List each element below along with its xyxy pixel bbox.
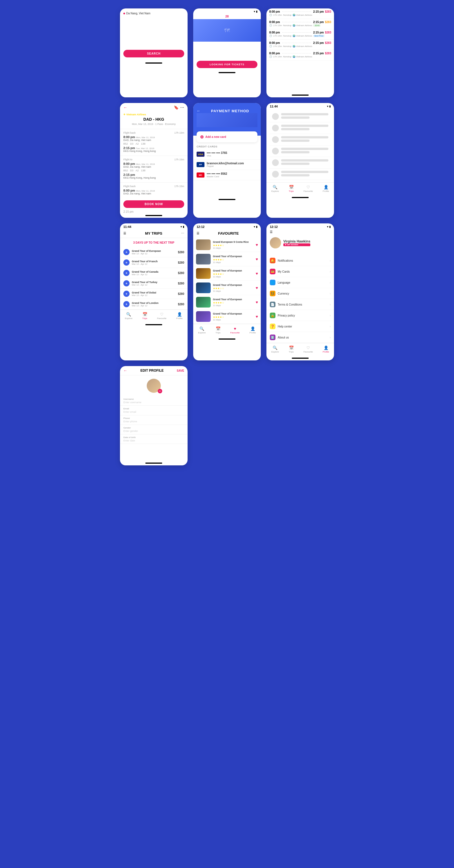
flight-item-2[interactable]: 8:00 pm 2:15 pm $283 🕐 17h 15m Nonstop 🌍… (266, 19, 334, 29)
trip-item-1[interactable]: ✈ Grand Tour of European Mar 12 - Apr 12… (120, 247, 188, 257)
more-button[interactable]: ⋯ (180, 105, 184, 110)
trip-item-6[interactable]: ✈ Grand Tour of London Mar 12 - Apr 12 $… (120, 299, 188, 310)
nav-trips-fav[interactable]: 📅 Trips (216, 327, 220, 334)
fl-info-3: 🕐 17h 15m Nonstop 🌍 Vietnam Airlines Bes… (269, 35, 331, 37)
fav-stars-6: ★★★★☆ (213, 316, 253, 318)
nav-profile-trips[interactable]: 👤 Profile (176, 312, 183, 320)
seat-d3: D3 (130, 143, 134, 145)
ep-input-dob[interactable]: Enter date (123, 439, 184, 442)
filter-icon-profile[interactable]: ☰ (270, 230, 273, 234)
ep-input-email[interactable]: Enter email (123, 410, 184, 413)
home-indicator-pay (193, 197, 261, 202)
nav-fav-trips[interactable]: ♡ Favourite (157, 312, 166, 320)
menu-privacy[interactable]: 🔒 Privacy policy › (266, 310, 334, 321)
fav-item-5[interactable]: Grand Tour of European ★★★★☆ 11 days ♥ (193, 295, 261, 310)
menu-my-cards[interactable]: 💳 My Cards › (266, 266, 334, 277)
nav-profile-active[interactable]: 👤 Profile (323, 345, 329, 353)
bookmark-button[interactable]: 🔖 (174, 105, 178, 110)
nav-trips-skel[interactable]: 📅 Trips (289, 185, 293, 192)
search-button[interactable]: SEARCH (123, 50, 184, 57)
fav-item-1[interactable]: Grand European 9 Costa Rice ★★★★☆ 11 day… (193, 238, 261, 252)
fav-item-4[interactable]: Grand Tour of European ★★★☆☆ 11 days ♥ (193, 281, 261, 295)
back-button-payment[interactable]: ← (197, 108, 201, 113)
skel-line-3b (281, 140, 310, 142)
trip-item-2[interactable]: ✈ Grand Tour of Franch Mar 12 - Apr 12 $… (120, 257, 188, 268)
ep-input-gender[interactable]: Enter gender (123, 430, 184, 432)
trip-item-4[interactable]: ✈ Grand Tour of Turkey Mar 12 - Apr 12 $… (120, 278, 188, 289)
ep-edit-icon[interactable]: ✏ (158, 389, 162, 393)
filter-icon-fav[interactable]: ☰ (197, 231, 199, 235)
ep-input-phone[interactable]: Enter phone (123, 420, 184, 423)
fl-airline-3: 🌍 Vietnam Airlines (293, 35, 312, 37)
home-indicator-bk (120, 213, 188, 218)
nav-explore-trips[interactable]: 🔍 Explore (125, 312, 132, 320)
fav-heart-1[interactable]: ♥ (256, 243, 258, 247)
ep-input-username[interactable]: Enter username (123, 401, 184, 404)
bottom-nav-skel: 🔍 Explore 📅 Trips ♡ Favourite 👤 Profile (266, 182, 334, 195)
fav-item-6[interactable]: Grand Tour of European ★★★★☆ 11 days ♥ (193, 310, 261, 324)
fl-price-4: $283 (325, 41, 331, 44)
fav-item-3[interactable]: Grand Tour of European ★★★★☆ 11 days ♥ (193, 267, 261, 281)
menu-language[interactable]: 🌐 Language › (266, 277, 334, 288)
trip-item-3[interactable]: ✈ Grand Tour of Canada Mar 12 - Apr 12 $… (120, 268, 188, 278)
home-bar-fl (292, 95, 309, 96)
menu-notifications[interactable]: 🔔 Notifications › (266, 255, 334, 266)
status-bar-fav: 12:12 ▾ ▮ (193, 223, 261, 229)
wifi-icon: ▾ (254, 10, 255, 13)
nav-explore-fav[interactable]: 🔍 Explore (198, 327, 206, 334)
edit-profile-header: ← EDIT PROFILE SAVE (120, 366, 188, 375)
fav-duration-6: 11 days (213, 318, 253, 321)
ep-save-button[interactable]: SAVE (177, 369, 185, 372)
segment-3-depart-time: 8:00 pm Mon, Mar 11, 2019 (123, 189, 184, 192)
flight-item-1[interactable]: 8:00 pm 2:15 pm $283 🕐 17h 15m Nonstop 🌍… (266, 8, 334, 19)
fav-heart-3[interactable]: ♥ (256, 271, 258, 276)
nav-explore-profile[interactable]: 🔍 Explore (271, 345, 279, 353)
flight-item-3[interactable]: 8:00 pm 2:15 pm $283 🕐 17h 15m Nonstop 🌍… (266, 29, 334, 40)
book-now-button[interactable]: BOOK NOW (123, 200, 184, 208)
skel-lines-5 (281, 159, 329, 166)
fav-item-2[interactable]: Grand Tour of European ★★★★☆ 11 days ♥ (193, 252, 261, 267)
status-icons: ▾ ▮ (254, 10, 257, 13)
skel-line-1a (281, 113, 329, 115)
payment-screen-card: ← PAYMENT METHOD ⊕ Add a new card CREDIT… (193, 103, 261, 218)
fav-heart-4[interactable]: ♥ (256, 286, 258, 290)
back-button-booking[interactable]: ← (123, 105, 127, 110)
flight-item-5[interactable]: 8:00 pm 2:15 pm $283 🕐 17h 15m Nonstop 🌍… (266, 50, 334, 61)
card-item-paypal[interactable]: PP brannon.kihn@hotmail.com Paypal (193, 159, 261, 170)
notifications-label: Notifications (278, 259, 328, 262)
flight-item-4[interactable]: 8:00 pm 2:15 pm $283 🕐 17h 15m Nonstop 🌍… (266, 40, 334, 50)
trip-info-4: Grand Tour of Turkey Mar 12 - Apr 12 (132, 281, 176, 286)
seat2-a2: A2 (136, 169, 139, 172)
trip-item-5[interactable]: ✈ Grand Tour of Dubai Mar 12 - Apr 12 $2… (120, 289, 188, 299)
card-item-visa[interactable]: VISA •••• •••• •••• 3765 Visa (193, 149, 261, 159)
menu-about[interactable]: ℹ️ About us › (266, 332, 334, 343)
fl-price-5: $283 (325, 52, 331, 55)
more-icon-trips[interactable]: ⋯ (181, 231, 184, 235)
back-button-ep[interactable]: ← (123, 368, 127, 373)
status-bar-trips: 11:44 ▾ ▮ (120, 223, 188, 229)
fl-line-1 (282, 11, 311, 12)
fav-heart-5[interactable]: ♥ (256, 300, 258, 304)
fav-heart-2[interactable]: ♥ (256, 257, 258, 261)
fav-heart-6[interactable]: ♥ (256, 314, 258, 319)
nav-trips-active[interactable]: 📅 Trips (142, 312, 147, 320)
filter-icon-trips[interactable]: ☰ (123, 231, 126, 235)
nav-fav-skel[interactable]: ♡ Favourite (304, 185, 313, 192)
menu-terms[interactable]: 📄 Terms & Conditions › (266, 299, 334, 310)
home-bar-pay (219, 199, 235, 200)
trips-icon-active: 📅 (143, 312, 147, 316)
card-item-mc[interactable]: MC •••• •••• •••• 8562 Master Card (193, 170, 261, 180)
looking-button[interactable]: LOOKING FOR TICKETS (197, 61, 257, 68)
fav-label-trips: Favourite (157, 317, 166, 320)
nav-explore-skel[interactable]: 🔍 Explore (271, 185, 279, 192)
add-card-button[interactable]: ⊕ Add a new card (200, 134, 254, 140)
nav-fav-profile[interactable]: ♡ Favourite (304, 345, 313, 353)
nav-fav-active[interactable]: ♥ Favourite (230, 327, 240, 334)
nav-profile-skel[interactable]: 👤 Profile (323, 185, 329, 192)
menu-currency[interactable]: 💱 Currency › (266, 288, 334, 299)
status-icons-profile: ▾ ▮ (327, 225, 331, 228)
seat-a2: A2 (136, 143, 139, 145)
menu-help[interactable]: ❓ Help center › (266, 321, 334, 332)
nav-trips-profile[interactable]: 📅 Trips (289, 345, 293, 353)
nav-profile-fav[interactable]: 👤 Profile (250, 327, 256, 334)
